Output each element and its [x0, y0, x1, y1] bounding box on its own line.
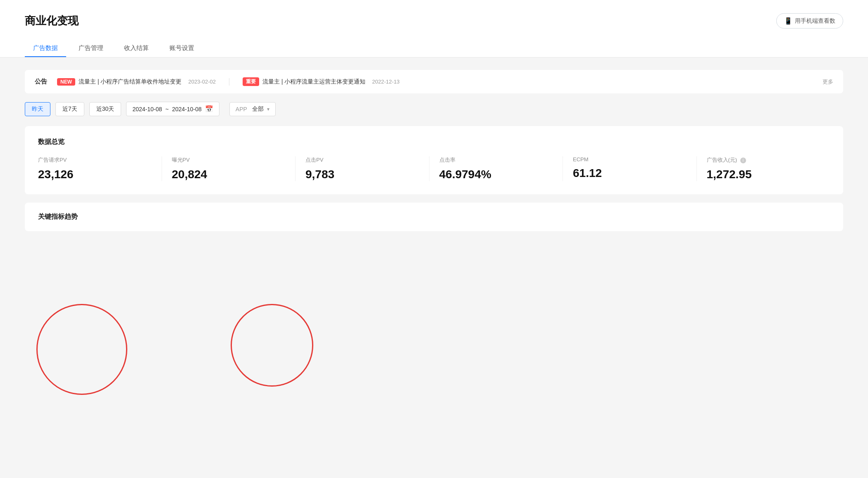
stats-card: 数据总览 广告请求PV 23,126 曝光PV 20,824 点击PV 9,78…: [25, 126, 843, 194]
app-select-dropdown[interactable]: APP 全部 ▾: [229, 102, 276, 116]
info-icon[interactable]: i: [740, 158, 746, 163]
header-top: 商业化变现 📱 用手机端查看数: [25, 13, 843, 29]
stat-label-click-pv: 点击PV: [305, 156, 419, 164]
circle-annotation-2: [231, 304, 313, 387]
badge-new: NEW: [57, 78, 75, 86]
stat-label-request-pv: 广告请求PV: [38, 156, 152, 164]
btn-yesterday[interactable]: 昨天: [25, 102, 50, 116]
stats-section-title: 数据总览: [38, 138, 830, 146]
notice-item-1: NEW 流量主 | 小程序广告结算单收件地址变更 2023-02-02: [57, 78, 216, 86]
chevron-down-icon: ▾: [267, 106, 269, 112]
page-wrapper: 商业化变现 📱 用手机端查看数 广告数据 广告管理 收入结算 账号设置 公告 N…: [0, 0, 868, 478]
tab-ad-manage[interactable]: 广告管理: [70, 40, 112, 57]
trend-section: 关键指标趋势: [25, 203, 843, 231]
date-end: 2024-10-08: [172, 106, 202, 112]
btn-30days[interactable]: 近30天: [89, 102, 122, 116]
stat-item-click-pv: 点击PV 9,783: [296, 156, 429, 181]
btn-7days[interactable]: 近7天: [55, 102, 84, 116]
notice-item-2: 重要 流量主 | 小程序流量主运营主体变更通知 2022-12-13: [243, 77, 400, 86]
mobile-btn-label: 用手机端查看数: [795, 17, 835, 25]
stat-value-exposure-pv: 20,824: [172, 168, 286, 181]
notice-date-1: 2023-02-02: [188, 79, 216, 85]
stat-label-ecpm: ECPM: [573, 156, 687, 163]
stat-value-request-pv: 23,126: [38, 168, 152, 181]
stat-label-revenue: 广告收入(元) i: [707, 156, 820, 164]
stats-wrapper: 数据总览 广告请求PV 23,126 曝光PV 20,824 点击PV 9,78…: [25, 126, 843, 194]
circle-annotation-1: [36, 304, 127, 395]
notice-date-2: 2022-12-13: [372, 79, 400, 85]
stat-label-click-rate: 点击率: [439, 156, 553, 164]
badge-important: 重要: [243, 77, 259, 86]
notice-text-2[interactable]: 流量主 | 小程序流量主运营主体变更通知: [262, 78, 365, 86]
filter-bar: 昨天 近7天 近30天 2024-10-08 ~ 2024-10-08 📅 AP…: [25, 102, 843, 116]
stats-grid: 广告请求PV 23,126 曝光PV 20,824 点击PV 9,783 点击率…: [38, 156, 830, 181]
trend-title: 关键指标趋势: [38, 213, 830, 221]
stat-item-ecpm: ECPM 61.12: [563, 156, 697, 181]
notice-divider: [229, 78, 229, 86]
stat-value-click-pv: 9,783: [305, 168, 419, 181]
stat-label-exposure-pv: 曝光PV: [172, 156, 286, 164]
stat-value-click-rate: 46.9794%: [439, 168, 553, 181]
app-select-value: 全部: [252, 105, 264, 113]
mobile-view-button[interactable]: 📱 用手机端查看数: [776, 13, 843, 29]
date-range-picker[interactable]: 2024-10-08 ~ 2024-10-08 📅: [126, 102, 219, 116]
more-link[interactable]: 更多: [823, 78, 833, 86]
stat-item-revenue: 广告收入(元) i 1,272.95: [697, 156, 830, 181]
notice-bar: 公告 NEW 流量主 | 小程序广告结算单收件地址变更 2023-02-02 重…: [25, 70, 843, 93]
notice-label: 公告: [35, 78, 47, 86]
tab-account[interactable]: 账号设置: [161, 40, 203, 57]
main-content: 公告 NEW 流量主 | 小程序广告结算单收件地址变更 2023-02-02 重…: [0, 57, 868, 244]
calendar-icon: 📅: [205, 105, 213, 113]
header: 商业化变现 📱 用手机端查看数 广告数据 广告管理 收入结算 账号设置: [0, 0, 868, 57]
stat-value-revenue: 1,272.95: [707, 168, 820, 181]
nav-tabs: 广告数据 广告管理 收入结算 账号设置: [25, 40, 843, 57]
tab-ad-data[interactable]: 广告数据: [25, 40, 66, 57]
stat-item-exposure-pv: 曝光PV 20,824: [162, 156, 296, 181]
tab-income[interactable]: 收入结算: [116, 40, 157, 57]
app-select-label: APP: [236, 106, 247, 112]
date-start: 2024-10-08: [132, 106, 162, 112]
stat-item-request-pv: 广告请求PV 23,126: [38, 156, 162, 181]
stat-value-ecpm: 61.12: [573, 167, 687, 180]
phone-icon: 📱: [784, 17, 792, 25]
notice-text-1[interactable]: 流量主 | 小程序广告结算单收件地址变更: [79, 78, 181, 86]
date-separator: ~: [165, 106, 169, 112]
stat-item-click-rate: 点击率 46.9794%: [429, 156, 563, 181]
page-title: 商业化变现: [25, 14, 79, 28]
